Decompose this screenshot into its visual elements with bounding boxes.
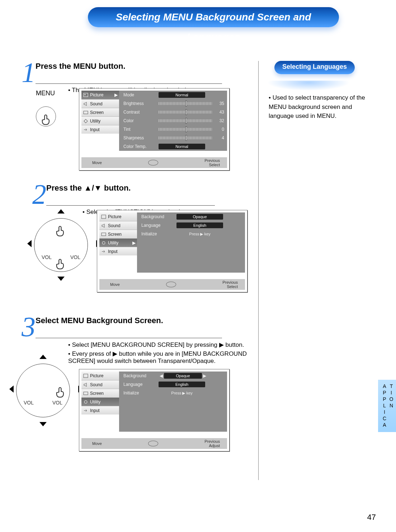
- triangle-left-icon: [9, 385, 14, 393]
- utility-icon: [83, 399, 89, 405]
- svg-rect-8: [84, 392, 88, 395]
- input-icon: [101, 249, 107, 254]
- value-text: Press ▶ key: [159, 391, 205, 396]
- dpad-icon: [147, 439, 160, 448]
- step2-number: 2: [32, 183, 46, 206]
- svg-point-9: [84, 401, 87, 403]
- osd-hint-bar: Move PreviousSelect: [81, 157, 227, 168]
- svg-point-6: [102, 241, 105, 244]
- sound-icon: [83, 101, 89, 107]
- remote-nav-icon: VOL VOL: [29, 206, 93, 284]
- dpad-icon: [147, 158, 160, 167]
- step3-number: 3: [22, 315, 36, 338]
- right-panel-title: Selecting Languages: [274, 61, 355, 74]
- utility-icon: [101, 240, 107, 246]
- step1-number: 1: [22, 61, 36, 84]
- hand-icon: [54, 384, 67, 401]
- slider[interactable]: [159, 111, 212, 114]
- menu-label: MENU: [36, 90, 56, 97]
- osd-sidebar-item[interactable]: Input: [81, 125, 119, 134]
- step3-sub1: • Select [MENU BACKGROUND SCREEN] by pre…: [68, 341, 251, 349]
- svg-point-1: [85, 94, 86, 95]
- slider[interactable]: [159, 128, 212, 131]
- slider[interactable]: [159, 136, 212, 139]
- osd-sidebar-item[interactable]: Input: [99, 247, 137, 255]
- osd-hint-bar: Move PreviousAdjust: [81, 438, 227, 449]
- step2-title: Press the ▲/▼ button.: [46, 183, 215, 206]
- osd-sidebar-item[interactable]: Picture: [81, 372, 119, 380]
- menu-button-icon: [36, 106, 56, 126]
- osd-sidebar-item[interactable]: Utility▶: [99, 238, 137, 247]
- hand-icon: [54, 256, 67, 273]
- value-box[interactable]: Normal: [159, 144, 205, 149]
- osd-content: ModeNormal Brightness35 Contrast43 Color…: [119, 91, 227, 151]
- osd-sidebar-item[interactable]: Utility: [81, 116, 119, 125]
- picture-icon: [83, 373, 89, 379]
- svg-rect-0: [84, 93, 88, 97]
- triangle-down-icon: [39, 422, 47, 426]
- osd-sidebar: Picture▶ Sound Screen Utility Input: [81, 91, 119, 151]
- svg-rect-4: [102, 215, 106, 219]
- page-number: 47: [367, 513, 376, 522]
- osd-content: BackgroundOpaque LanguageEnglish Initial…: [137, 212, 245, 273]
- triangle-up-icon: [57, 209, 65, 214]
- side-tab: APPLICA TION: [378, 380, 396, 432]
- slider[interactable]: [159, 102, 212, 105]
- sound-icon: [101, 223, 107, 229]
- value-box[interactable]: English: [159, 382, 205, 387]
- input-icon: [83, 408, 89, 413]
- osd-sidebar-item[interactable]: Sound: [99, 221, 137, 230]
- picture-icon: [101, 214, 107, 220]
- triangle-right-icon: ▶: [114, 91, 118, 99]
- osd-sidebar-item[interactable]: Screen: [81, 389, 119, 397]
- triangle-down-icon: [57, 277, 65, 281]
- svg-rect-2: [84, 111, 88, 114]
- screen-icon: [83, 390, 89, 396]
- osd-sidebar-item[interactable]: Input: [81, 406, 119, 414]
- value-box[interactable]: Opaque: [164, 373, 202, 379]
- triangle-right-icon: ▶: [132, 239, 136, 247]
- osd-sidebar-item[interactable]: Utility: [81, 397, 119, 406]
- triangle-left-icon[interactable]: ◀: [160, 373, 163, 378]
- utility-icon: [83, 118, 89, 124]
- svg-point-3: [84, 120, 87, 123]
- svg-rect-7: [84, 374, 88, 378]
- input-icon: [83, 127, 89, 133]
- slider[interactable]: [159, 119, 212, 122]
- triangle-up-icon: [39, 355, 47, 359]
- step3-sub2: • Every press of ▶ button while you are …: [68, 350, 251, 365]
- hand-icon: [54, 223, 67, 240]
- osd-sidebar-item[interactable]: Screen: [81, 108, 119, 116]
- osd-sidebar: Picture Sound Screen Utility▶ Input: [99, 212, 137, 273]
- right-column: Selecting Languages • Used to select tra…: [258, 61, 373, 480]
- osd-menu-step1: Picture▶ Sound Screen Utility Input Mode…: [79, 88, 230, 171]
- osd-sidebar: Picture Sound Screen Utility Input: [81, 372, 119, 432]
- screen-icon: [101, 231, 107, 237]
- osd-sidebar-item[interactable]: Picture▶: [81, 91, 119, 99]
- value-text: Press ▶ key: [176, 232, 223, 236]
- value-box[interactable]: Normal: [159, 92, 205, 98]
- osd-sidebar-item[interactable]: Sound: [81, 99, 119, 108]
- sound-icon: [83, 382, 89, 388]
- osd-sidebar-item[interactable]: Sound: [81, 380, 119, 389]
- osd-menu-step3: Picture Sound Screen Utility Input Backg…: [79, 369, 230, 451]
- picture-icon: [83, 92, 89, 98]
- osd-content: Background ◀ Opaque ▶ LanguageEnglish In…: [119, 372, 227, 432]
- value-box[interactable]: Opaque: [176, 214, 223, 220]
- right-panel-text: • Used to select transparency of the MEN…: [267, 93, 373, 121]
- remote-nav-icon: VOL VOL: [11, 351, 75, 430]
- dpad-icon: [165, 280, 178, 289]
- osd-sidebar-item[interactable]: Screen: [99, 230, 137, 238]
- triangle-right-icon[interactable]: ▶: [203, 373, 206, 378]
- page-title: Selecting MENU Background Screen and Lan…: [88, 7, 339, 27]
- osd-menu-step2: Picture Sound Screen Utility▶ Input Back…: [97, 210, 248, 292]
- step3-title: Select MENU Background Screen.: [36, 316, 222, 338]
- step1-title: Press the MENU button.: [36, 62, 222, 84]
- osd-sidebar-item[interactable]: Picture: [99, 212, 137, 221]
- triangle-left-icon: [27, 240, 32, 247]
- screen-icon: [83, 110, 89, 115]
- value-box[interactable]: English: [176, 222, 223, 228]
- osd-hint-bar: Move PreviousSelect: [99, 279, 245, 290]
- svg-rect-5: [102, 233, 106, 236]
